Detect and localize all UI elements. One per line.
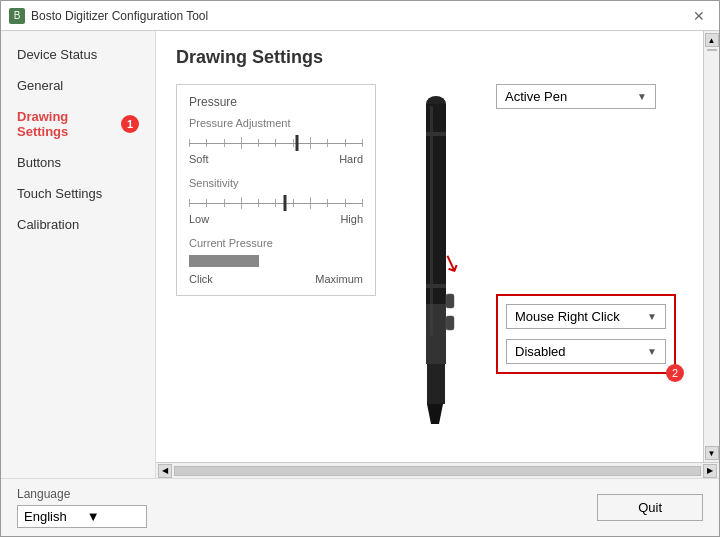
soft-label: Soft xyxy=(189,153,209,165)
scroll-right-button[interactable]: ▶ xyxy=(703,464,717,478)
svg-rect-5 xyxy=(446,294,454,308)
slider-line xyxy=(189,203,363,204)
content-inner: Drawing Settings Pressure Pressure Adjus… xyxy=(156,31,703,440)
sensitivity-slider: Low High xyxy=(189,195,363,225)
language-label: Language xyxy=(17,487,147,501)
language-value: English xyxy=(24,509,67,524)
pressure-adjustment-label: Pressure Adjustment xyxy=(189,117,363,129)
low-label: Low xyxy=(189,213,209,225)
pen-type-container: Active Pen ▼ xyxy=(496,84,683,109)
button-dropdowns-container: ↘ Mouse Right Click ▼ xyxy=(496,294,683,374)
pressure-thumb[interactable] xyxy=(295,135,298,151)
scroll-thumb-vertical[interactable] xyxy=(707,49,717,51)
current-pressure-bar xyxy=(189,255,259,267)
titlebar-left: B Bosto Digitizer Configuration Tool xyxy=(9,8,208,24)
svg-rect-3 xyxy=(427,364,445,404)
sidebar-item-device-status[interactable]: Device Status xyxy=(1,39,155,70)
pressure-slider-track[interactable] xyxy=(189,135,363,151)
high-label: High xyxy=(340,213,363,225)
svg-rect-7 xyxy=(430,106,433,336)
quit-button[interactable]: Quit xyxy=(597,494,703,521)
main-content: Device Status General Drawing Settings 1… xyxy=(1,31,719,478)
pressure-labels: Soft Hard xyxy=(189,153,363,165)
scroll-track-vertical xyxy=(707,47,717,446)
svg-marker-4 xyxy=(427,404,443,424)
drawing-settings-layout: Pressure Pressure Adjustment xyxy=(176,84,683,424)
sensitivity-label: Sensitivity xyxy=(189,177,363,189)
scroll-down-button[interactable]: ▼ xyxy=(705,446,719,460)
button1-dropdown[interactable]: Mouse Right Click ▼ xyxy=(506,304,666,329)
scroll-up-button[interactable]: ▲ xyxy=(705,33,719,47)
current-pressure-label: Current Pressure xyxy=(189,237,363,249)
button2-dropdown[interactable]: Disabled ▼ xyxy=(506,339,666,364)
slider-line xyxy=(189,143,363,144)
right-panel: Active Pen ▼ ↘ xyxy=(496,84,683,374)
svg-rect-6 xyxy=(446,316,454,330)
click-label: Click xyxy=(189,273,213,285)
maximum-label: Maximum xyxy=(315,273,363,285)
button-box: Mouse Right Click ▼ Disabled ▼ xyxy=(496,294,676,374)
svg-rect-9 xyxy=(426,284,446,288)
titlebar: B Bosto Digitizer Configuration Tool ✕ xyxy=(1,1,719,31)
button-badge: 2 xyxy=(666,364,684,382)
pressure-section-title: Pressure xyxy=(189,95,363,109)
svg-rect-8 xyxy=(426,132,446,136)
chevron-down-icon: ▼ xyxy=(637,91,647,102)
close-button[interactable]: ✕ xyxy=(687,6,711,26)
vertical-scrollbar: ▲ ▼ xyxy=(703,31,719,462)
scroll-thumb-horizontal[interactable] xyxy=(174,466,701,476)
app-window: B Bosto Digitizer Configuration Tool ✕ D… xyxy=(0,0,720,537)
content-scroll-area: Drawing Settings Pressure Pressure Adjus… xyxy=(156,31,719,478)
hard-label: Hard xyxy=(339,153,363,165)
horizontal-scrollbar: ◀ ▶ xyxy=(156,462,719,478)
sidebar-item-touch-settings[interactable]: Touch Settings xyxy=(1,178,155,209)
pen-type-dropdown[interactable]: Active Pen ▼ xyxy=(496,84,656,109)
chevron-down-icon: ▼ xyxy=(647,346,657,357)
pressure-range-labels: Click Maximum xyxy=(189,273,363,285)
scroll-left-button[interactable]: ◀ xyxy=(158,464,172,478)
language-section: Language English ▼ xyxy=(17,487,147,528)
pressure-panel: Pressure Pressure Adjustment xyxy=(176,84,376,296)
sensitivity-labels: Low High xyxy=(189,213,363,225)
sidebar: Device Status General Drawing Settings 1… xyxy=(1,31,156,478)
app-icon: B xyxy=(9,8,25,24)
pressure-adjustment-slider: Soft Hard xyxy=(189,135,363,165)
chevron-down-icon: ▼ xyxy=(647,311,657,322)
chevron-down-icon: ▼ xyxy=(87,509,100,524)
sidebar-item-general[interactable]: General xyxy=(1,70,155,101)
sensitivity-thumb[interactable] xyxy=(283,195,286,211)
svg-rect-2 xyxy=(426,304,446,364)
language-dropdown[interactable]: English ▼ xyxy=(17,505,147,528)
footer: Language English ▼ Quit xyxy=(1,478,719,536)
content-with-scroll: Drawing Settings Pressure Pressure Adjus… xyxy=(156,31,719,462)
sidebar-item-calibration[interactable]: Calibration xyxy=(1,209,155,240)
sensitivity-slider-track[interactable] xyxy=(189,195,363,211)
content-scrollable: Drawing Settings Pressure Pressure Adjus… xyxy=(156,31,703,462)
page-title: Drawing Settings xyxy=(176,47,683,68)
window-title: Bosto Digitizer Configuration Tool xyxy=(31,9,208,23)
sidebar-item-buttons[interactable]: Buttons xyxy=(1,147,155,178)
sidebar-item-drawing-settings[interactable]: Drawing Settings 1 xyxy=(1,101,155,147)
drawing-settings-badge: 1 xyxy=(121,115,139,133)
